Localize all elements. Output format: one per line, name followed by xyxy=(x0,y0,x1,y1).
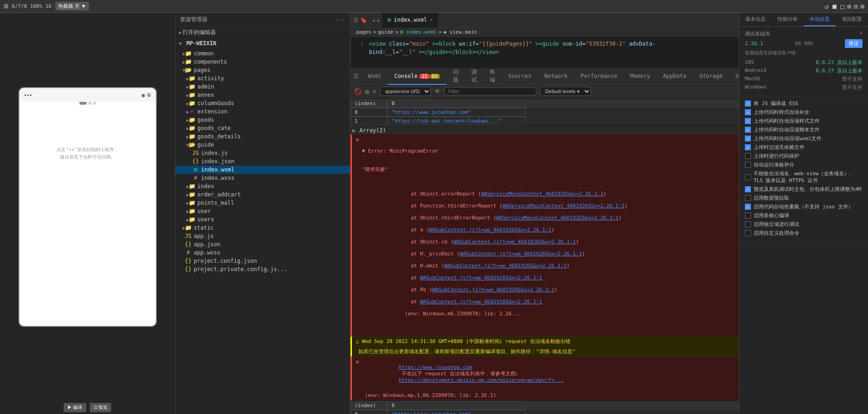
error-link-5[interactable]: WASubContext.js?t=we_46019265&v=2.26.1:1 xyxy=(454,239,576,245)
tree-item-projectprivate[interactable]: {} project.private.config.js... xyxy=(175,265,350,273)
layout3-icon[interactable]: ⊠ xyxy=(861,3,864,10)
cb-isolated-domain[interactable] xyxy=(745,221,751,227)
open-editor-item[interactable]: ▶ 打开的编辑器 xyxy=(175,28,350,37)
cb-es5[interactable] xyxy=(745,101,751,106)
cb-size-limit[interactable] xyxy=(745,186,751,192)
tree-item-annex[interactable]: ▶ 📁 annex xyxy=(175,91,350,99)
right-tab-basic[interactable]: 基本信息 xyxy=(739,13,772,26)
devtools-tab-debug[interactable]: 调试 xyxy=(465,68,483,85)
push-version-button[interactable]: 推送 xyxy=(845,39,862,48)
compile-button[interactable]: ▶ 编译 xyxy=(64,403,86,412)
devtools-tab-sources[interactable]: Sources xyxy=(502,68,538,85)
cb-compress-style[interactable] xyxy=(745,118,751,124)
layout1-icon[interactable]: ⊞ xyxy=(847,3,851,10)
clear-console-icon[interactable]: 🚫 xyxy=(354,88,362,95)
hot-reload-button[interactable]: 热截载 开 ▼ xyxy=(55,2,89,11)
tree-item-points-mall[interactable]: ▶ 📁 points_mall xyxy=(175,199,350,207)
bookmark-icon[interactable]: 🔖 xyxy=(360,17,367,24)
tree-item-columngoods[interactable]: ▶ 📁 columnGoods xyxy=(175,99,350,107)
domain-link-1[interactable]: https://www.jscwshop.com xyxy=(398,364,472,370)
devtools-tab-performance[interactable]: Performance xyxy=(574,68,624,85)
tree-item-pages[interactable]: ▼ 📂 pages xyxy=(175,66,350,74)
refresh-icon[interactable]: ↺ xyxy=(825,3,828,10)
hamburger-icon[interactable]: ☰ xyxy=(353,17,358,24)
cb-filter-deps[interactable] xyxy=(745,144,751,150)
tree-item-goods[interactable]: ▶ 📁 goods xyxy=(175,116,350,124)
tree-item-appjson[interactable]: {} app.json xyxy=(175,240,350,248)
tree-item-guide-indexwxml[interactable]: ⊞ index.wxml xyxy=(175,166,350,174)
cb-prefetch[interactable] xyxy=(745,195,751,201)
devtools-tab-network[interactable]: Network xyxy=(538,68,574,85)
devtools-tab-console[interactable]: Console 21 84 xyxy=(388,68,446,85)
stop-icon[interactable]: ⏹ xyxy=(831,3,838,10)
right-tab-performance[interactable]: 性能分析 xyxy=(772,13,804,26)
tree-item-static[interactable]: ▶ 📁 static xyxy=(175,224,350,232)
tree-item-users[interactable]: ▶ 📁 users xyxy=(175,215,350,224)
tree-item-admin[interactable]: ▶ 📁 admin xyxy=(175,83,350,91)
preview-button[interactable]: ⊡ 预览 xyxy=(90,403,112,412)
error-link-9[interactable]: WASubContext.js?t=we_46019265&v=2.26.1:1 xyxy=(432,287,554,293)
tree-item-guide-indexwxss[interactable]: # index.wxss xyxy=(175,174,350,182)
cb-style-auto[interactable] xyxy=(745,109,751,115)
forward-icon[interactable]: ▸ xyxy=(377,17,380,24)
devtools-menu-icon[interactable]: ☰ xyxy=(353,73,359,80)
mp-weixin-root[interactable]: ▼ MP-WEIXIN xyxy=(175,37,350,49)
tree-item-common[interactable]: ▶ 📁 common xyxy=(175,49,350,58)
tree-item-goods-details[interactable]: ▶ 📁 goods_details xyxy=(175,132,350,141)
error-link-3[interactable]: WAServiceMainContext_46019265&v=2.26.1:1 xyxy=(496,215,618,221)
tree-item-activity[interactable]: ▶ 📁 activity xyxy=(175,74,350,83)
cb-auto-score[interactable] xyxy=(745,162,751,168)
error-link-4[interactable]: WASubContext.js?t=we_46019265&v=2.26.1:1 xyxy=(429,227,552,233)
domain-link-2[interactable]: https://developers.weixin.qq.com/minipro… xyxy=(398,377,564,383)
editor-tab-wxml[interactable]: ⊞ index.wxml ✕ xyxy=(382,13,439,28)
error-link-2[interactable]: WAServiceMainContext_46019265&v=2.26.1:1 xyxy=(502,203,624,209)
appservice-selector[interactable]: appservice (#5) xyxy=(380,87,431,96)
eye-icon[interactable]: 👁 xyxy=(434,88,440,95)
tree-item-user[interactable]: ▶ 📁 user xyxy=(175,207,350,215)
goods-label: goods xyxy=(197,117,214,123)
back-icon[interactable]: ◂ xyxy=(372,17,375,24)
error-link-10[interactable]: WASubContext.js?t=we_46019265&v=2.26.1:1 xyxy=(420,299,542,305)
tree-item-goods-cate[interactable]: ▶ 📁 goods_cate xyxy=(175,124,350,132)
tree-item-order-addcart[interactable]: ▶ 📁 order_addcart xyxy=(175,190,350,199)
level-selector[interactable]: Default levels ▾ xyxy=(540,87,591,96)
devtools-tab-appdata[interactable]: AppData xyxy=(657,68,693,85)
tree-item-guide-indexjs[interactable]: JS index.js xyxy=(175,149,350,157)
collapse-icon[interactable]: ▤ xyxy=(365,88,369,95)
more-icon[interactable]: ··· xyxy=(335,17,345,23)
cb-compress-script[interactable] xyxy=(745,127,751,133)
layout2-icon[interactable]: ⊟ xyxy=(854,3,857,10)
cb-compress-wxml[interactable] xyxy=(745,136,751,142)
devtools-tab-security[interactable]: Security xyxy=(729,68,739,85)
debug-db-help[interactable]: ? xyxy=(859,31,862,37)
cb-no-domain-check[interactable] xyxy=(745,174,751,180)
mobile-icon[interactable]: □ xyxy=(840,3,844,10)
tree-item-guide[interactable]: ▼ 📂 guide xyxy=(175,141,350,149)
tree-item-extension[interactable]: ▶ ⚡ extension xyxy=(175,107,350,116)
devtools-tab-terminal[interactable]: 终端 xyxy=(483,68,502,85)
devtools-tab-storage[interactable]: Storage xyxy=(693,68,729,85)
tree-item-components[interactable]: ▶ 📁 components xyxy=(175,58,350,66)
error-link-8[interactable]: WASubContext.js?t=we_46019265&v=2.26.1:1 xyxy=(420,275,542,281)
array-collapse-1[interactable]: ▶ Array(2) xyxy=(351,126,739,135)
right-tab-project[interactable]: 项目配置 xyxy=(836,13,868,26)
cb-code-protect[interactable] xyxy=(745,153,751,159)
devtools-tab-memory[interactable]: Memory xyxy=(624,68,656,85)
cb-multicore[interactable] xyxy=(745,213,751,219)
filter-input[interactable] xyxy=(444,87,536,95)
tree-item-appwxss[interactable]: # app.wxss xyxy=(175,248,350,257)
error-link-7[interactable]: WASubContext.js?t=we_46019265&v=2.26.1:1 xyxy=(445,263,567,269)
tree-item-projectconfig[interactable]: {} project.config.json xyxy=(175,257,350,265)
top-icon[interactable]: ⊙ xyxy=(373,88,376,95)
tab-close-button[interactable]: ✕ xyxy=(430,17,433,22)
devtools-tab-issues[interactable]: 问题 xyxy=(446,68,465,85)
tree-item-index[interactable]: ▶ 📁 index xyxy=(175,182,350,190)
right-tab-local[interactable]: 本地设置 xyxy=(804,13,836,26)
cb-hot-reload[interactable] xyxy=(745,204,751,210)
cb-custom-handler[interactable] xyxy=(745,230,751,236)
devtools-tab-wxml[interactable]: Wxml xyxy=(362,68,388,85)
error-link-1[interactable]: WAServiceMainContext_46019265&v=2.26.1:1 xyxy=(481,191,603,197)
tree-item-guide-indexjson[interactable]: {} index.json xyxy=(175,157,350,166)
tree-item-appjs[interactable]: JS app.js xyxy=(175,232,350,240)
error-link-6[interactable]: WASubContext.js?t=we_46019265&v=2.26.1:1 xyxy=(460,251,582,257)
